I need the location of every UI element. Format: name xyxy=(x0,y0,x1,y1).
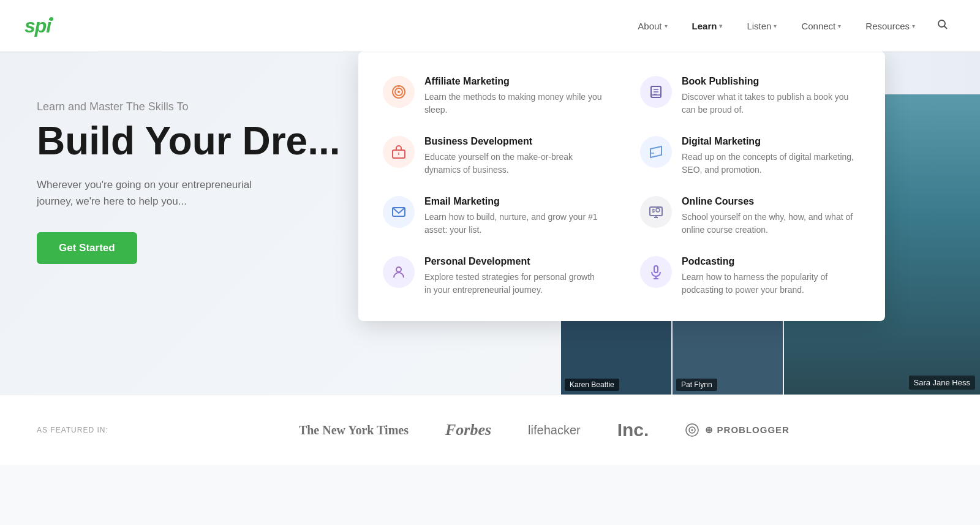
book-publishing-text: Book Publishing Discover what it takes t… xyxy=(682,76,861,116)
svg-point-0 xyxy=(938,20,945,27)
email-marketing-desc: Learn how to build, nurture, and grow yo… xyxy=(424,211,603,236)
nav-listen-label: Listen xyxy=(747,21,771,31)
personal-development-desc: Explore tested strategies for personal g… xyxy=(424,271,603,296)
logo-nyt: The New York Times xyxy=(299,423,409,437)
business-development-desc: Educate yourself on the make-or-break dy… xyxy=(424,151,603,176)
menu-item-online-courses[interactable]: Online Courses School yourself on the wh… xyxy=(640,196,861,236)
podcasting-text: Podcasting Learn how to harness the popu… xyxy=(682,256,861,296)
header: spi About ▾ Learn ▾ Listen ▾ Connect ▾ R… xyxy=(0,0,980,51)
svg-marker-12 xyxy=(650,146,662,157)
podcasting-desc: Learn how to harness the popularity of p… xyxy=(682,271,861,296)
menu-item-book-publishing[interactable]: Book Publishing Discover what it takes t… xyxy=(640,76,861,116)
menu-item-affiliate-marketing[interactable]: Affiliate Marketing Learn the methods to… xyxy=(383,76,603,116)
hero-description: Wherever you're going on your entreprene… xyxy=(37,176,270,210)
hero-title: Build Your Dre... xyxy=(37,121,340,162)
podcasting-title: Podcasting xyxy=(682,256,861,267)
nav-item-listen[interactable]: Listen ▾ xyxy=(737,16,786,36)
main-nav: About ▾ Learn ▾ Listen ▾ Connect ▾ Resou… xyxy=(628,14,956,38)
learn-dropdown-menu: Affiliate Marketing Learn the methods to… xyxy=(358,51,885,321)
digital-marketing-desc: Read up on the concepts of digital marke… xyxy=(682,151,861,176)
nav-item-learn[interactable]: Learn ▾ xyxy=(682,16,733,36)
get-started-button[interactable]: Get Started xyxy=(37,232,137,264)
nav-learn-label: Learn xyxy=(692,21,717,31)
personal-development-icon xyxy=(383,256,415,288)
featured-label: AS FEATURED IN: xyxy=(37,426,108,434)
logo-lifehacker: lifehacker xyxy=(528,423,581,437)
nav-learn-chevron: ▾ xyxy=(719,23,722,29)
book-publishing-desc: Discover what it takes to publish a book… xyxy=(682,91,861,116)
nav-listen-chevron: ▾ xyxy=(774,23,777,29)
digital-marketing-title: Digital Marketing xyxy=(682,136,861,147)
business-development-icon xyxy=(383,136,415,168)
nav-connect-label: Connect xyxy=(801,21,835,31)
svg-rect-23 xyxy=(654,266,658,273)
svg-point-18 xyxy=(656,208,660,212)
svg-point-28 xyxy=(692,429,693,431)
affiliate-marketing-icon xyxy=(383,76,415,108)
business-development-title: Business Development xyxy=(424,136,603,147)
person2-label: Pat Flynn xyxy=(676,379,717,391)
affiliate-marketing-text: Affiliate Marketing Learn the methods to… xyxy=(424,76,603,116)
personal-development-text: Personal Development Explore tested stra… xyxy=(424,256,603,296)
online-courses-text: Online Courses School yourself on the wh… xyxy=(682,196,861,236)
logo-inc: Inc. xyxy=(617,420,649,440)
online-courses-title: Online Courses xyxy=(682,196,861,207)
person-label: Sara Jane Hess xyxy=(909,376,976,390)
svg-point-4 xyxy=(398,91,400,93)
online-courses-icon xyxy=(640,196,672,228)
nav-about-label: About xyxy=(638,21,662,31)
book-publishing-title: Book Publishing xyxy=(682,76,861,87)
podcasting-icon xyxy=(640,256,672,288)
personal-development-title: Personal Development xyxy=(424,256,603,267)
nav-about-chevron: ▾ xyxy=(665,23,668,29)
menu-item-personal-development[interactable]: Personal Development Explore tested stra… xyxy=(383,256,603,296)
nav-item-connect[interactable]: Connect ▾ xyxy=(791,16,851,36)
nav-connect-chevron: ▾ xyxy=(838,23,841,29)
menu-item-digital-marketing[interactable]: Digital Marketing Read up on the concept… xyxy=(640,136,861,176)
logo-forbes: Forbes xyxy=(445,421,491,439)
featured-section: AS FEATURED IN: The New York Times Forbe… xyxy=(0,395,980,465)
nav-item-about[interactable]: About ▾ xyxy=(628,16,677,36)
nav-resources-label: Resources xyxy=(865,21,910,31)
hero-subtitle: Learn and Master The Skills To xyxy=(37,100,340,113)
email-marketing-title: Email Marketing xyxy=(424,196,603,207)
featured-logos: The New York Times Forbes lifehacker Inc… xyxy=(145,420,943,440)
menu-item-podcasting[interactable]: Podcasting Learn how to harness the popu… xyxy=(640,256,861,296)
online-courses-desc: School yourself on the why, how, and wha… xyxy=(682,211,861,236)
business-development-text: Business Development Educate yourself on… xyxy=(424,136,603,176)
svg-line-1 xyxy=(944,26,948,29)
menu-item-email-marketing[interactable]: Email Marketing Learn how to build, nurt… xyxy=(383,196,603,236)
affiliate-marketing-title: Affiliate Marketing xyxy=(424,76,603,87)
svg-point-22 xyxy=(396,267,401,272)
digital-marketing-icon xyxy=(640,136,672,168)
affiliate-marketing-desc: Learn the methods to making money while … xyxy=(424,91,603,116)
email-marketing-text: Email Marketing Learn how to build, nurt… xyxy=(424,196,603,236)
digital-marketing-text: Digital Marketing Read up on the concept… xyxy=(682,136,861,176)
logo[interactable]: spi xyxy=(24,15,51,37)
book-publishing-icon xyxy=(640,76,672,108)
nav-item-resources[interactable]: Resources ▾ xyxy=(856,16,925,36)
person3-label: Karen Beattie xyxy=(565,379,619,391)
nav-resources-chevron: ▾ xyxy=(912,23,915,29)
logo-problogger: ⊕ PROBLOGGER xyxy=(685,423,790,437)
search-button[interactable] xyxy=(930,14,956,38)
hero-content: Learn and Master The Skills To Build You… xyxy=(37,100,340,264)
menu-item-business-development[interactable]: Business Development Educate yourself on… xyxy=(383,136,603,176)
email-marketing-icon xyxy=(383,196,415,228)
